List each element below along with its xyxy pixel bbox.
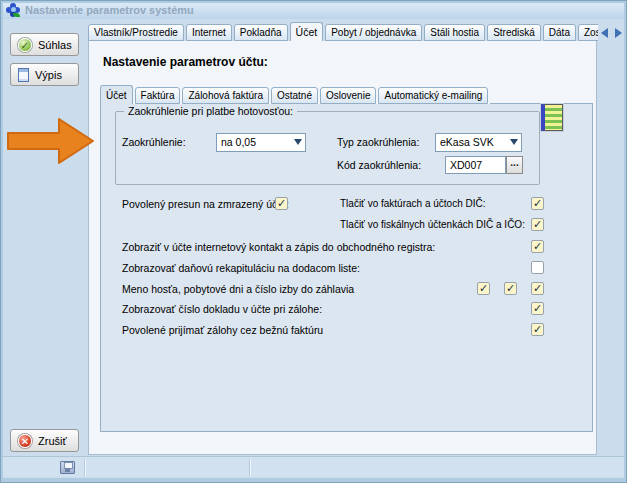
checkbox-print-fiscal[interactable] bbox=[531, 218, 544, 231]
tab-stali-hostia[interactable]: Stáli hostia bbox=[424, 24, 485, 41]
cancel-circle-icon: ✕ bbox=[18, 434, 32, 448]
report-icon bbox=[18, 68, 29, 82]
tab-data[interactable]: Dáta bbox=[543, 24, 576, 41]
option-label-advance-invoice: Povolené prijímať zálohy cez bežnú faktú… bbox=[122, 324, 323, 336]
rounding-groupbox-title: Zaokrúhlenie pri platbe hotovosťou: bbox=[124, 105, 297, 117]
checkbox-guest-header-1[interactable] bbox=[477, 282, 490, 295]
rounding-type-combobox-value: eKasa SVK bbox=[440, 136, 494, 148]
inner-tab-ostatne[interactable]: Ostatné bbox=[271, 87, 318, 104]
scroll-tabs-left-button[interactable] bbox=[598, 26, 611, 40]
app-flower-icon bbox=[6, 3, 20, 17]
agree-button-label: Súhlas bbox=[38, 39, 72, 51]
inner-tab-faktura[interactable]: Faktúra bbox=[135, 87, 181, 104]
rounding-combobox-value: na 0,05 bbox=[221, 136, 256, 148]
rounding-type-label: Typ zaokrúhlenia: bbox=[337, 136, 419, 148]
tab-internet[interactable]: Internet bbox=[186, 24, 232, 41]
inner-tab-zalohova-faktura[interactable]: Zálohová faktúra bbox=[182, 87, 269, 104]
option-label-doc-number: Zobrazovať číslo dokladu v účte pri zálo… bbox=[122, 303, 322, 315]
orange-arrow-icon bbox=[7, 117, 96, 166]
check-circle-icon: ✓ bbox=[18, 38, 32, 52]
option-label-print-dic: Tlačiť vo faktúrach a účtoch DIČ: bbox=[340, 198, 485, 209]
checkbox-doc-number[interactable] bbox=[531, 302, 544, 315]
rounding-label: Zaokrúhlenie: bbox=[122, 136, 186, 148]
checkbox-advance-invoice[interactable] bbox=[531, 323, 544, 336]
checkbox-internet-contact[interactable] bbox=[531, 240, 544, 253]
checkbox-tax-recap[interactable] bbox=[531, 261, 544, 274]
tab-strediska[interactable]: Strediská bbox=[487, 24, 541, 41]
option-label-print-fiscal: Tlačiť vo fiskálnych účtenkách DIČ a IČO… bbox=[340, 219, 525, 230]
tab-pobyt-objednavka[interactable]: Pobyt / objednávka bbox=[325, 24, 422, 41]
chevron-right-icon bbox=[615, 28, 622, 38]
settings-window: Nastavenie parametrov systému ✓ Súhlas V… bbox=[0, 0, 627, 483]
ledger-icon[interactable] bbox=[541, 104, 563, 131]
top-tab-bar: Vlastník/Prostredie Internet Pokladňa Úč… bbox=[88, 22, 598, 41]
chevron-down-icon bbox=[294, 139, 302, 145]
option-label-frozen-transfer: Povolený presun na zmrazený účet: bbox=[122, 198, 289, 210]
checkbox-frozen-transfer[interactable] bbox=[275, 197, 288, 210]
chevron-left-icon bbox=[601, 28, 608, 38]
cancel-button-label: Zrušiť bbox=[38, 435, 67, 447]
status-bar-separator bbox=[249, 459, 250, 476]
status-bar-separator bbox=[84, 459, 85, 476]
report-button[interactable]: Výpis bbox=[10, 63, 79, 86]
rounding-type-combobox[interactable]: eKasa SVK bbox=[435, 133, 522, 152]
title-bar[interactable]: Nastavenie parametrov systému bbox=[0, 0, 627, 19]
checkbox-guest-header-2[interactable] bbox=[504, 282, 517, 295]
rounding-code-label: Kód zaokrúhlenia: bbox=[337, 159, 421, 171]
inner-tab-bar: Účet Faktúra Zálohová faktúra Ostatné Os… bbox=[100, 85, 593, 104]
tab-vlastnik-prostredie[interactable]: Vlastník/Prostredie bbox=[88, 24, 184, 41]
report-button-label: Výpis bbox=[35, 69, 62, 81]
chevron-down-icon bbox=[510, 139, 518, 145]
checkbox-guest-header-3[interactable] bbox=[531, 282, 544, 295]
tab-ucet[interactable]: Účet bbox=[290, 22, 324, 41]
inner-tab-automaticky-emailing[interactable]: Automatický e-mailing bbox=[378, 87, 488, 104]
tab-zostavy[interactable]: Zostavy bbox=[578, 24, 598, 41]
rounding-code-browse-button[interactable]: ... bbox=[506, 156, 523, 174]
scroll-tabs-right-button[interactable] bbox=[612, 26, 625, 40]
inner-tab-strip-filler bbox=[490, 87, 593, 104]
agree-button[interactable]: ✓ Súhlas bbox=[10, 33, 79, 56]
save-icon[interactable] bbox=[60, 461, 75, 474]
inner-tab-ucet[interactable]: Účet bbox=[100, 85, 133, 104]
tab-pokladna[interactable]: Pokladňa bbox=[234, 24, 288, 41]
option-label-internet-contact: Zobraziť v účte internetový kontakt a zá… bbox=[122, 241, 435, 253]
cancel-button[interactable]: ✕ Zrušiť bbox=[10, 429, 79, 452]
checkbox-print-dic[interactable] bbox=[531, 197, 544, 210]
page-title: Nastavenie parametrov účtu: bbox=[103, 55, 268, 69]
window-title: Nastavenie parametrov systému bbox=[25, 4, 194, 16]
option-label-tax-recap: Zobrazovať daňovú rekapituláciu na dodac… bbox=[122, 262, 360, 274]
rounding-combobox[interactable]: na 0,05 bbox=[216, 133, 306, 152]
inner-tab-oslovenie[interactable]: Oslovenie bbox=[320, 87, 376, 104]
option-label-guest-header: Meno hosťa, pobytové dni a číslo izby do… bbox=[122, 283, 354, 295]
rounding-code-input[interactable] bbox=[445, 156, 506, 174]
status-bar bbox=[0, 456, 627, 477]
